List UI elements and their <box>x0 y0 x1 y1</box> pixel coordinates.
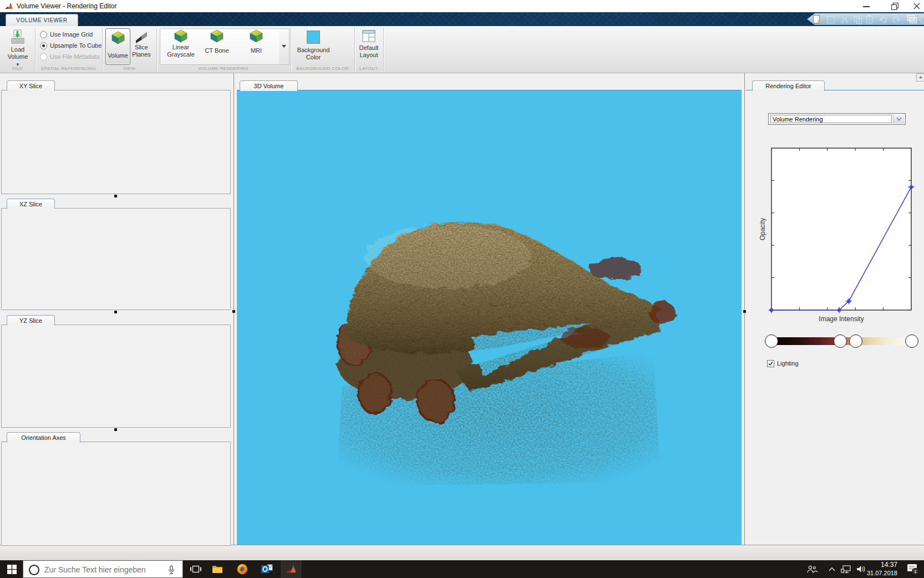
redo-icon[interactable] <box>892 16 901 23</box>
tab-rendering-editor[interactable]: Rendering Editor <box>752 80 825 91</box>
task-view-button[interactable] <box>185 560 206 578</box>
panel-scroll-up-button[interactable] <box>916 73 924 82</box>
radio-upsample-to-cube[interactable] <box>40 42 47 49</box>
rendering-style-dropdown[interactable]: Volume Rendering <box>768 113 906 125</box>
slice-planes-button[interactable]: Slice Planes <box>131 29 152 66</box>
dropdown-button[interactable] <box>893 114 905 124</box>
plot-xlabel: Image Intensity <box>803 315 880 323</box>
colormap-handle-2[interactable] <box>834 334 847 348</box>
radio-use-image-grid[interactable] <box>40 31 47 38</box>
close-icon <box>913 3 920 9</box>
linear-grayscale-icon <box>174 29 188 43</box>
yz-slice-panel <box>1 325 231 428</box>
radio-use-image-grid-label[interactable]: Use Image Grid <box>50 31 93 38</box>
tab-volume-viewer[interactable]: VOLUME VIEWER <box>6 14 78 27</box>
colormap-handle-3[interactable] <box>849 334 862 348</box>
default-layout-button[interactable]: Default Layout <box>356 29 382 66</box>
cortana-icon <box>29 565 39 575</box>
volume-3d-canvas[interactable] <box>237 90 742 545</box>
colormap-handle-4[interactable] <box>905 334 918 348</box>
volume-cube-icon <box>111 31 125 44</box>
chevron-down-icon <box>896 117 902 121</box>
background-color-label-1: Background <box>295 47 332 54</box>
new-script-icon[interactable]: + <box>813 15 822 23</box>
tab-yz-slice[interactable]: YZ Slice <box>7 315 55 326</box>
ct-bone-button[interactable]: CT Bone <box>200 29 233 63</box>
start-button[interactable] <box>1 560 22 578</box>
network-button[interactable] <box>837 560 854 578</box>
mri-label: MRI <box>240 47 273 54</box>
search-input[interactable] <box>43 561 162 578</box>
ribbon-band <box>0 12 924 26</box>
gallery-dropdown-icon <box>282 45 286 48</box>
load-volume-button[interactable]: Load Volume ▼ <box>6 29 30 66</box>
copy-icon[interactable] <box>854 16 863 23</box>
splitter-handle[interactable] <box>114 428 117 431</box>
matlab-icon <box>4 2 13 11</box>
taskbar-search[interactable] <box>23 560 183 578</box>
rendering-style-value: Volume Rendering <box>770 115 892 123</box>
volume-view-button[interactable]: Volume <box>105 28 130 65</box>
matlab-taskbar-button[interactable] <box>281 560 302 578</box>
splitter-handle[interactable] <box>114 311 117 313</box>
paste-icon[interactable] <box>866 16 875 23</box>
firefox-button[interactable] <box>232 560 253 578</box>
mri-icon <box>249 29 263 43</box>
clock-date: 31.07.2018 <box>865 569 897 577</box>
people-button[interactable] <box>803 560 821 578</box>
chevron-up-icon <box>829 567 835 571</box>
section-label-background-color: BACKGROUND COLOR <box>291 66 354 72</box>
section-label-layout: LAYOUT <box>354 66 383 72</box>
scroll-up-icon <box>919 76 922 78</box>
taskbar-clock[interactable]: 14:37 31.07.2018 <box>865 561 897 577</box>
opacity-transfer-plot[interactable] <box>765 144 915 314</box>
background-color-button[interactable]: Background Color <box>295 29 332 66</box>
radio-use-file-metadata[interactable] <box>40 53 47 60</box>
minimize-button[interactable] <box>857 0 876 12</box>
slice-planes-icon <box>134 29 149 44</box>
people-icon <box>806 565 818 574</box>
tab-xz-slice[interactable]: XZ Slice <box>7 199 55 209</box>
linear-grayscale-label-1: Linear <box>164 44 197 51</box>
panel-splitter-right[interactable] <box>744 73 745 545</box>
section-label-view: VIEW <box>102 66 156 72</box>
tab-orientation-axes[interactable]: Orientation Axes <box>7 432 80 443</box>
section-label-file: FILE <box>0 66 35 72</box>
mri-button[interactable]: MRI <box>240 29 273 63</box>
windows-layout-icon[interactable] <box>907 15 916 23</box>
lighting-label[interactable]: Lighting <box>777 360 799 367</box>
slice-planes-label-2: Planes <box>131 51 152 58</box>
section-label-spatial-referencing: SPATIAL REFERENCING <box>35 66 102 72</box>
restore-button[interactable] <box>885 0 904 12</box>
gallery-dropdown-button[interactable] <box>279 28 290 65</box>
volume-viewer-window: Volume Viewer - Rendering Editor VOLUME … <box>0 0 924 578</box>
outlook-button[interactable] <box>256 560 277 578</box>
cut-icon[interactable] <box>841 16 850 23</box>
microphone-icon[interactable] <box>168 565 175 575</box>
save-icon[interactable] <box>827 16 836 23</box>
default-layout-label-1: Default <box>356 44 382 52</box>
firefox-icon <box>237 564 248 575</box>
ct-bone-label: CT Bone <box>200 47 233 54</box>
notification-badge: 1 <box>914 569 917 574</box>
speaker-icon <box>856 565 866 573</box>
radio-upsample-to-cube-label[interactable]: Upsample To Cube <box>50 42 101 49</box>
panel-splitter-left[interactable] <box>233 73 234 545</box>
splitter-handle[interactable] <box>743 310 746 313</box>
undo-icon[interactable] <box>879 16 888 23</box>
load-volume-icon <box>11 29 25 45</box>
lighting-checkbox[interactable] <box>767 360 774 367</box>
close-button[interactable] <box>910 0 924 12</box>
colormap-handle-1[interactable] <box>765 334 778 348</box>
tab-xy-slice[interactable]: XY Slice <box>7 80 55 91</box>
splitter-handle[interactable] <box>232 310 235 313</box>
splitter-handle[interactable] <box>114 195 117 197</box>
title-bar: Volume Viewer - Rendering Editor <box>0 0 924 12</box>
tab-3d-volume[interactable]: 3D Volume <box>240 80 298 91</box>
quick-access-toolbar <box>807 13 924 25</box>
minimize-icon <box>863 6 870 7</box>
volume-view-label: Volume <box>106 52 130 59</box>
file-explorer-button[interactable] <box>207 560 228 578</box>
linear-grayscale-button[interactable]: Linear Grayscale <box>164 29 197 63</box>
action-center-button[interactable]: 1 <box>903 560 923 578</box>
